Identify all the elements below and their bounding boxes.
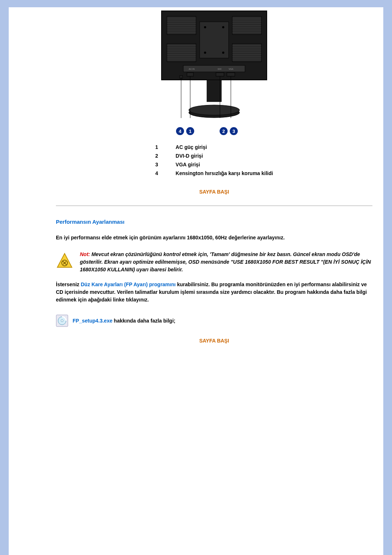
svg-point-43 [222, 26, 224, 28]
svg-text:VGA: VGA [229, 68, 233, 70]
svg-rect-51 [216, 73, 224, 76]
port-label: VGA girişi [171, 161, 277, 169]
cd-icon [56, 315, 68, 327]
port-num: 3 [151, 161, 171, 169]
table-row: 1 AC güç girişi [151, 143, 277, 151]
divider [56, 206, 372, 206]
callout-3: 3 [230, 127, 238, 135]
note-body: Mevcut ekran çözünürlüğünü kontrol etmek… [80, 251, 371, 272]
note-label: Not: [80, 251, 90, 257]
callout-row: 4 1 2 3 [56, 127, 372, 135]
port-label: Kensington hırsızlığa karşı koruma kilid… [171, 169, 277, 177]
svg-point-56 [189, 105, 240, 115]
port-table: 1 AC güç girişi 2 DVI-D girişi 3 VGA gir… [150, 142, 278, 178]
note-text: Not: Mevcut ekran çözünürlüğünü kontrol … [80, 251, 372, 274]
callout-1: 1 [186, 127, 194, 135]
svg-point-66 [61, 320, 63, 322]
svg-rect-54 [207, 80, 221, 102]
page-top-link[interactable]: SAYFA BAŞI [199, 338, 229, 344]
svg-text:AC IN: AC IN [189, 68, 195, 70]
install-prefix: İsterseniz [56, 281, 81, 287]
svg-point-42 [204, 26, 206, 28]
performance-text: En iyi performansı elde etmek için görün… [56, 234, 372, 242]
svg-point-44 [204, 52, 206, 54]
table-row: 4 Kensington hırsızlığa karşı koruma kil… [151, 169, 277, 177]
section-title: Performansın Ayarlanması [56, 219, 372, 225]
monitor-back-image: AC IN DVI VGA [56, 7, 372, 120]
warning-icon [56, 252, 73, 270]
svg-text:DVI: DVI [218, 68, 221, 70]
page-top-link[interactable]: SAYFA BAŞI [199, 189, 229, 195]
svg-rect-50 [187, 73, 193, 76]
fp-text: FP_setup4.3.exe hakkında daha fazla bilg… [73, 318, 175, 324]
fp-settings-link[interactable]: Düz Kare Ayarları (FP Ayarı) programını [81, 281, 175, 287]
port-num: 2 [151, 152, 171, 160]
svg-point-45 [222, 52, 224, 54]
callout-4: 4 [176, 127, 184, 135]
port-num: 4 [151, 169, 171, 177]
port-label: DVI-D girişi [171, 152, 277, 160]
table-row: 2 DVI-D girişi [151, 152, 277, 160]
port-label: AC güç girişi [171, 143, 277, 151]
callout-2: 2 [220, 127, 228, 135]
fp-setup-block: FP_setup4.3.exe hakkında daha fazla bilg… [56, 315, 372, 327]
port-num: 1 [151, 143, 171, 151]
svg-rect-52 [227, 73, 235, 76]
table-row: 3 VGA girişi [151, 161, 277, 169]
fp-setup-link[interactable]: FP_setup4.3.exe [73, 318, 113, 324]
install-paragraph: İsterseniz Düz Kare Ayarları (FP Ayarı) … [56, 281, 372, 304]
note-block: Not: Mevcut ekran çözünürlüğünü kontrol … [56, 251, 372, 274]
fp-suffix: hakkında daha fazla bilgi; [113, 318, 175, 324]
